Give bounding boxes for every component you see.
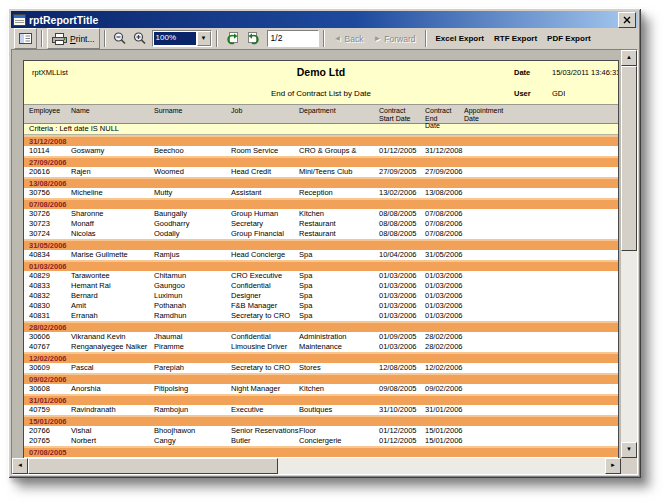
cell-department: Spa — [299, 301, 379, 311]
toolbar-separator — [104, 30, 106, 47]
cell-contract-end-date: 01/03/2006 — [425, 271, 464, 281]
cell-contract-end-date: 13/08/2006 — [425, 188, 464, 198]
cell-appointment-date — [464, 281, 524, 291]
close-button[interactable] — [618, 12, 636, 28]
cell-name: Anorshia — [71, 384, 154, 394]
cell-contract-start-date: 31/10/2005 — [379, 405, 425, 415]
report-viewer-window: rptReportTitle Print.. — [8, 8, 641, 478]
cell-department: Restaurant — [299, 219, 379, 229]
zoom-level-combobox[interactable]: 100% ▼ — [152, 30, 212, 47]
cell-job: Assistant — [231, 188, 299, 198]
report-viewport: rptXMLList Demo Ltd End of Contract List… — [11, 49, 638, 475]
zoom-out-icon — [113, 32, 127, 45]
previous-page-button[interactable] — [222, 28, 243, 49]
cell-contract-end-date: 09/02/2006 — [425, 384, 464, 394]
cell-department: Spa — [299, 271, 379, 281]
pdf-export-button[interactable]: PDF Export — [542, 29, 596, 48]
cell-name: Erranah — [71, 311, 154, 321]
toolbar: Print... 100% ▼ — [11, 28, 638, 49]
cell-appointment-date — [464, 332, 524, 342]
column-header-department: Department — [299, 105, 379, 130]
cell-name: Hemant Rai — [71, 281, 154, 291]
cell-job: Secretary — [231, 219, 299, 229]
cell-surname: Chitamun — [154, 271, 231, 281]
zoom-in-button[interactable] — [130, 28, 150, 49]
table-row: 20766VishalBhoojhawonSenior Reservations… — [24, 426, 618, 436]
scroll-left-button[interactable]: ◄ — [12, 458, 28, 474]
vertical-scrollbar-thumb[interactable] — [621, 66, 637, 251]
cell-surname: Goodharry — [154, 219, 231, 229]
cell-employee: 40832 — [29, 291, 71, 301]
group-tree-toggle-button[interactable] — [14, 28, 37, 49]
cell-surname: Woomed — [154, 167, 231, 177]
table-row: 30724NicolasOodallyGroup FinancialRestau… — [24, 229, 618, 239]
cell-job: Group Human — [231, 209, 299, 219]
cell-department: Mini/Teens Club — [299, 167, 379, 177]
group-date-band: 09/02/2006 — [24, 373, 618, 384]
vertical-scrollbar[interactable]: ▲ ▼ — [621, 50, 637, 458]
cell-employee: 20766 — [29, 426, 71, 436]
cell-name: Pascal — [71, 363, 154, 373]
back-arrow-icon: ◄ — [334, 34, 342, 43]
cell-contract-end-date: 15/01/2006 — [425, 436, 464, 446]
cell-department: Restaurant — [299, 229, 379, 239]
cell-name: Nicolas — [71, 229, 154, 239]
scroll-right-button[interactable]: ► — [605, 458, 621, 474]
toolbar-separator — [323, 30, 325, 47]
horizontal-scrollbar[interactable]: ◄ ► — [12, 458, 621, 474]
cell-job: Designer — [231, 291, 299, 301]
forward-button[interactable]: ► Forward — [368, 28, 420, 49]
print-button[interactable]: Print... — [47, 28, 100, 49]
cell-name: Renganaiyegee Naiker — [71, 342, 154, 352]
chevron-down-icon[interactable]: ▼ — [197, 31, 211, 46]
titlebar[interactable]: rptReportTitle — [11, 11, 638, 28]
zoom-out-button[interactable] — [110, 28, 130, 49]
cell-appointment-date — [464, 301, 524, 311]
back-label: Back — [345, 34, 364, 44]
back-button[interactable]: ◄ Back — [329, 28, 369, 49]
window-title: rptReportTitle — [29, 14, 618, 26]
rtf-export-button[interactable]: RTF Export — [489, 29, 542, 48]
cell-contract-start-date: 27/09/2005 — [379, 167, 425, 177]
cell-appointment-date — [464, 311, 524, 321]
scroll-down-button[interactable]: ▼ — [621, 442, 637, 458]
scroll-up-button[interactable]: ▲ — [621, 50, 637, 66]
cell-contract-start-date: 01/03/2006 — [379, 311, 425, 321]
page-number-input[interactable]: 1/2 — [267, 30, 319, 47]
report-page: rptXMLList Demo Ltd End of Contract List… — [23, 60, 619, 462]
table-row: 40767Renganaiyegee NaikerPirammeLimousin… — [24, 342, 618, 352]
zoom-in-icon — [133, 32, 147, 45]
cell-appointment-date — [464, 405, 524, 415]
cell-contract-end-date: 31/01/2006 — [425, 405, 464, 415]
cell-surname: Piramme — [154, 342, 231, 352]
excel-export-button[interactable]: Excel Export — [431, 29, 489, 48]
group-date-band: 01/03/2006 — [24, 260, 618, 271]
cell-contract-start-date: 01/03/2006 — [379, 342, 425, 352]
table-row: 40759RavindranathRambojunExecutiveBoutiq… — [24, 405, 618, 415]
group-date-band: 31/12/2008 — [24, 135, 618, 146]
cell-contract-end-date: 07/08/2006 — [425, 219, 464, 229]
next-page-button[interactable] — [243, 28, 264, 49]
cell-job: Confidential — [231, 281, 299, 291]
table-row: 30726SharonneBaungallyGroup HumanKitchen… — [24, 209, 618, 219]
cell-surname: Bhoojhawon — [154, 426, 231, 436]
group-date-band: 31/01/2006 — [24, 394, 618, 405]
horizontal-scrollbar-thumb[interactable] — [28, 458, 278, 474]
previous-page-icon — [225, 32, 240, 45]
column-header-surname: Surname — [154, 105, 231, 130]
cell-contract-end-date: 07/08/2006 — [425, 209, 464, 219]
cell-surname: Pitipolsing — [154, 384, 231, 394]
cell-contract-end-date: 28/02/2006 — [425, 332, 464, 342]
cell-contract-start-date: 01/12/2005 — [379, 146, 425, 156]
cell-surname: Beechoo — [154, 146, 231, 156]
cell-contract-start-date: 01/03/2006 — [379, 301, 425, 311]
cell-appointment-date — [464, 384, 524, 394]
table-row: 30609PascalParepiahSecretary to CROStore… — [24, 363, 618, 373]
cell-name: Rajen — [71, 167, 154, 177]
cell-name: Bernard — [71, 291, 154, 301]
cell-employee: 20616 — [29, 167, 71, 177]
group-date-band: 07/08/2006 — [24, 198, 618, 209]
cell-employee: 40831 — [29, 311, 71, 321]
cell-surname: Oodally — [154, 229, 231, 239]
cell-appointment-date — [464, 188, 524, 198]
